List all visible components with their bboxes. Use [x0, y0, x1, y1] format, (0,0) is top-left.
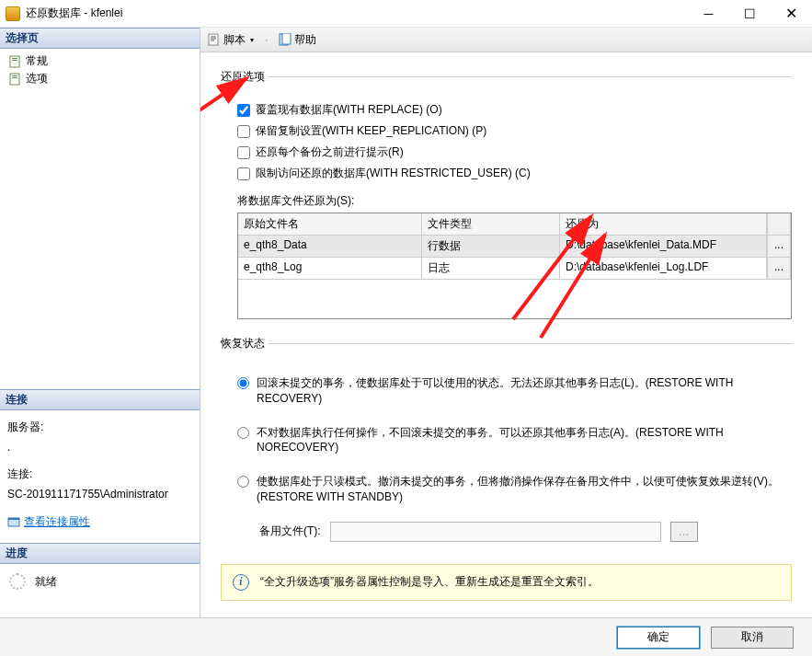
- prompt-checkbox[interactable]: [237, 146, 250, 159]
- grid-empty-area: [238, 280, 791, 318]
- close-button[interactable]: ✕: [771, 0, 812, 28]
- cell-path[interactable]: D:\database\kfenlei_Log.LDF: [560, 258, 767, 280]
- info-text: “全文升级选项”服务器属性控制是导入、重新生成还是重置全文索引。: [260, 574, 599, 590]
- page-item-general[interactable]: 常规: [2, 52, 198, 70]
- page-label: 常规: [26, 53, 48, 69]
- svg-rect-0: [10, 56, 19, 67]
- help-button[interactable]: 帮助: [279, 32, 316, 48]
- info-bar: i “全文升级选项”服务器属性控制是导入、重新生成还是重置全文索引。: [221, 564, 792, 601]
- properties-icon: [7, 515, 20, 528]
- overwrite-checkbox[interactable]: [237, 104, 250, 117]
- col-restore-as: 还原为: [560, 213, 767, 236]
- svg-rect-5: [12, 77, 17, 78]
- progress-status: 就绪: [35, 574, 57, 590]
- window-title: 还原数据库 - kfenlei: [26, 6, 688, 21]
- connection-block: 服务器: . 连接: SC-201911171755\Administrator…: [0, 410, 200, 543]
- svg-rect-1: [12, 58, 17, 59]
- standby-file-label: 备用文件(T):: [259, 524, 321, 539]
- svg-rect-3: [10, 74, 19, 85]
- app-icon: [6, 6, 20, 21]
- right-panel: 脚本 ▾ · 帮助 还原选项 覆盖现有数据库(WITH REPLACE) (O)…: [200, 28, 812, 617]
- cancel-button[interactable]: 取消: [711, 627, 794, 649]
- standby-radio[interactable]: [237, 476, 249, 488]
- cell-name: e_qth8_Data: [238, 236, 422, 258]
- keep-replication-checkbox[interactable]: [237, 125, 250, 138]
- keep-replication-label: 保留复制设置(WITH KEEP_REPLICATION) (P): [256, 123, 486, 139]
- overwrite-label: 覆盖现有数据库(WITH REPLACE) (O): [256, 102, 442, 118]
- standby-browse-button: ...: [670, 522, 698, 542]
- help-label: 帮助: [294, 32, 316, 48]
- connection-value: SC-201911171755\Administrator: [7, 485, 192, 505]
- script-button[interactable]: 脚本 ▾: [208, 32, 254, 48]
- svg-rect-8: [209, 34, 218, 45]
- page-icon: [9, 55, 22, 68]
- svg-rect-10: [282, 33, 291, 44]
- page-icon: [9, 73, 22, 86]
- prompt-label: 还原每个备份之前进行提示(R): [256, 144, 404, 160]
- connection-label: 连接:: [7, 465, 192, 485]
- files-grid[interactable]: 原始文件名 文件类型 还原为 e_qth8_Data 行数据 D:\databa…: [237, 213, 792, 319]
- browse-cell-button[interactable]: ...: [767, 258, 791, 280]
- col-action: [767, 213, 791, 236]
- toolbar-separator: ·: [265, 33, 268, 46]
- restricted-user-label: 限制访问还原的数据库(WITH RESTRICTED_USER) (C): [256, 166, 531, 181]
- restricted-user-checkbox[interactable]: [237, 167, 250, 180]
- recovery-radio[interactable]: [237, 377, 249, 389]
- connection-header: 连接: [0, 389, 200, 410]
- dropdown-icon: ▾: [250, 36, 254, 44]
- svg-rect-4: [12, 75, 17, 76]
- server-label: 服务器:: [7, 418, 192, 438]
- view-connection-text: 查看连接属性: [24, 512, 90, 533]
- ok-button[interactable]: 确定: [617, 627, 700, 649]
- info-icon: i: [233, 574, 249, 591]
- content-area: 还原选项 覆盖现有数据库(WITH REPLACE) (O) 保留复制设置(WI…: [200, 52, 812, 617]
- svg-rect-2: [12, 60, 17, 61]
- title-bar: 还原数据库 - kfenlei ─ ☐ ✕: [0, 0, 812, 28]
- standby-label: 使数据库处于只读模式。撤消未提交的事务，但将撤消操作保存在备用文件中，以便可使恢…: [257, 474, 792, 505]
- maximize-button[interactable]: ☐: [729, 0, 771, 28]
- restore-options-group: 还原选项 覆盖现有数据库(WITH REPLACE) (O) 保留复制设置(WI…: [221, 69, 792, 325]
- standby-file-input: [330, 522, 661, 542]
- norecovery-label: 不对数据库执行任何操作，不回滚未提交的事务。可以还原其他事务日志(A)。(RES…: [257, 425, 792, 456]
- browse-cell-button[interactable]: ...: [767, 236, 791, 258]
- dialog-footer: 确定 取消: [0, 617, 812, 656]
- cell-type: 行数据: [422, 236, 560, 258]
- svg-rect-7: [8, 518, 19, 520]
- cell-type: 日志: [422, 258, 560, 280]
- select-page-header: 选择页: [0, 28, 200, 49]
- progress-spinner-icon: [9, 573, 26, 590]
- script-label: 脚本: [223, 32, 246, 48]
- page-item-options[interactable]: 选项: [2, 70, 198, 87]
- help-icon: [279, 33, 292, 46]
- cell-name: e_qth8_Log: [238, 258, 422, 280]
- toolbar: 脚本 ▾ · 帮助: [200, 28, 812, 52]
- norecovery-radio[interactable]: [237, 427, 249, 439]
- restore-as-label: 将数据库文件还原为(S):: [237, 193, 792, 209]
- view-connection-link[interactable]: 查看连接属性: [7, 512, 90, 533]
- col-original-name: 原始文件名: [238, 213, 422, 236]
- col-file-type: 文件类型: [422, 213, 560, 236]
- recovery-state-legend: 恢复状态: [221, 336, 269, 351]
- table-row[interactable]: e_qth8_Data 行数据 D:\database\kfenlei_Data…: [238, 236, 791, 258]
- script-icon: [208, 33, 221, 46]
- progress-header: 进度: [0, 543, 200, 564]
- cell-path[interactable]: D:\database\kfenlei_Data.MDF: [560, 236, 767, 258]
- restore-options-legend: 还原选项: [221, 69, 269, 85]
- server-value: .: [7, 438, 192, 458]
- table-row[interactable]: e_qth8_Log 日志 D:\database\kfenlei_Log.LD…: [238, 258, 791, 280]
- page-label: 选项: [26, 71, 48, 86]
- recovery-label: 回滚未提交的事务，使数据库处于可以使用的状态。无法还原其他事务日志(L)。(RE…: [257, 375, 792, 407]
- recovery-state-group: 恢复状态 回滚未提交的事务，使数据库处于可以使用的状态。无法还原其他事务日志(L…: [221, 336, 792, 547]
- left-panel: 选择页 常规 选项 连接 服务器: . 连接: SC-201911171755\…: [0, 28, 200, 617]
- minimize-button[interactable]: ─: [688, 0, 729, 28]
